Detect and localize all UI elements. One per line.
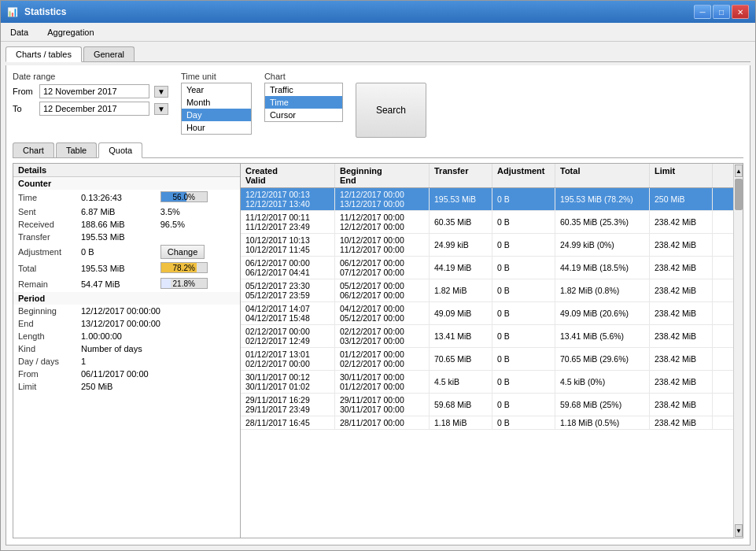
main-tabs: Charts / tables General	[6, 46, 750, 62]
cell-beginning: 29/11/2017 00:0030/11/2017 00:00	[335, 394, 430, 416]
cell-beginning: 02/12/2017 00:0003/12/2017 00:00	[335, 325, 430, 347]
cell-total: 1.82 MiB (0.8%)	[555, 279, 650, 301]
cell-adjustment: 0 B	[492, 394, 555, 416]
received-percent: 96.5%	[156, 218, 240, 231]
end-value: 13/12/2017 00:00:00	[76, 317, 240, 330]
data-grid: CreatedValid BeginningEnd Transfer Adjus…	[241, 164, 733, 538]
table-row[interactable]: 05/12/2017 23:3005/12/2017 23:59 05/12/2…	[241, 279, 733, 302]
scrollbar[interactable]: ▲ ▼	[733, 164, 743, 538]
daydays-label: Day / days	[13, 355, 76, 368]
close-button[interactable]: ✕	[732, 5, 749, 19]
cell-limit: 238.42 MiB	[650, 325, 713, 347]
table-row[interactable]: 04/12/2017 14:0704/12/2017 15:48 04/12/2…	[241, 302, 733, 325]
sent-percent: 3.5%	[156, 205, 240, 218]
cell-adjustment: 0 B	[492, 257, 555, 279]
details-header: Details	[13, 164, 240, 177]
from-label: From	[13, 87, 35, 96]
cell-limit: 238.42 MiB	[650, 371, 713, 393]
from-date-input[interactable]	[39, 84, 149, 98]
to-date-picker-button[interactable]: ▼	[154, 103, 168, 115]
chart-traffic[interactable]: Traffic	[265, 83, 342, 96]
remain-progress-text: 21.8%	[161, 279, 207, 288]
cell-beginning: 30/11/2017 00:0001/12/2017 00:00	[335, 371, 430, 393]
change-button[interactable]: Change	[160, 245, 205, 259]
cell-transfer: 4.5 kiB	[430, 371, 492, 393]
table-row[interactable]: 28/11/2017 16:45 28/11/2017 00:00 1.18 M…	[241, 416, 733, 430]
received-label: Received	[13, 218, 76, 231]
cell-created: 01/12/2017 13:0102/12/2017 00:00	[241, 348, 335, 370]
chart-cursor[interactable]: Cursor	[265, 109, 342, 121]
cell-created: 29/11/2017 16:2929/11/2017 23:49	[241, 394, 335, 416]
table-row[interactable]: 29/11/2017 16:2929/11/2017 23:49 29/11/2…	[241, 394, 733, 416]
chart-time[interactable]: Time	[265, 96, 342, 109]
table-row[interactable]: 06/12/2017 00:0006/12/2017 04:41 06/12/2…	[241, 257, 733, 279]
tab-table[interactable]: Table	[56, 142, 97, 157]
grid-header: CreatedValid BeginningEnd Transfer Adjus…	[241, 164, 733, 188]
tab-chart[interactable]: Chart	[13, 142, 54, 157]
period-header: Period	[13, 292, 240, 305]
from-period-value: 06/11/2017 00:00	[76, 368, 240, 380]
time-unit-month[interactable]: Month	[182, 96, 251, 109]
menu-aggregation[interactable]: Aggregation	[44, 26, 97, 39]
table-row[interactable]: 12/12/2017 00:1312/12/2017 13:40 12/12/2…	[241, 188, 733, 211]
cell-adjustment: 0 B	[492, 211, 555, 233]
cell-beginning: 01/12/2017 00:0002/12/2017 00:00	[335, 348, 430, 370]
beginning-label: Beginning	[13, 305, 76, 317]
cell-transfer: 44.19 MiB	[430, 257, 492, 279]
cell-created: 12/12/2017 00:1312/12/2017 13:40	[241, 188, 335, 210]
maximize-button[interactable]: □	[713, 5, 730, 19]
chart-label: Chart	[264, 72, 343, 81]
cell-transfer: 49.09 MiB	[430, 302, 492, 324]
transfer-label: Transfer	[13, 231, 76, 243]
end-label: End	[13, 317, 76, 330]
col-limit: Limit	[650, 164, 713, 187]
cell-total: 70.65 MiB (29.6%)	[555, 348, 650, 370]
cell-limit: 238.42 MiB	[650, 234, 713, 256]
table-row[interactable]: 30/11/2017 00:1230/11/2017 01:02 30/11/2…	[241, 371, 733, 394]
cell-adjustment: 0 B	[492, 188, 555, 210]
minimize-button[interactable]: ─	[694, 5, 711, 19]
cell-transfer: 1.18 MiB	[430, 416, 492, 429]
tab-charts-tables[interactable]: Charts / tables	[6, 46, 82, 62]
cell-beginning: 06/12/2017 00:0007/12/2017 00:00	[335, 257, 430, 279]
col-total: Total	[555, 164, 650, 187]
time-value: 0.13:26:43	[76, 190, 156, 205]
search-button[interactable]: Search	[356, 83, 426, 138]
remain-value: 54.47 MiB	[76, 276, 156, 292]
remain-label: Remain	[13, 276, 76, 292]
time-unit-day[interactable]: Day	[182, 109, 251, 121]
adjustment-label: Adjustment	[13, 243, 76, 261]
from-date-picker-button[interactable]: ▼	[154, 86, 168, 98]
menu-data[interactable]: Data	[7, 26, 31, 39]
table-row[interactable]: 02/12/2017 00:0002/12/2017 12:49 02/12/2…	[241, 325, 733, 348]
tab-quota[interactable]: Quota	[98, 142, 142, 158]
cell-total: 24.99 kiB (0%)	[555, 234, 650, 256]
time-unit-year[interactable]: Year	[182, 83, 251, 96]
to-date-input[interactable]	[39, 102, 149, 116]
table-row[interactable]: 10/12/2017 10:1310/12/2017 11:45 10/12/2…	[241, 234, 733, 257]
cell-beginning: 28/11/2017 00:00	[335, 416, 430, 429]
cell-transfer: 13.41 MiB	[430, 325, 492, 347]
counter-header: Counter	[13, 177, 240, 190]
length-value: 1.00:00:00	[76, 330, 240, 342]
cell-transfer: 1.82 MiB	[430, 279, 492, 301]
length-label: Length	[13, 330, 76, 342]
time-progress-text: 56.0%	[161, 192, 207, 202]
tab-general[interactable]: General	[83, 46, 135, 61]
cell-adjustment: 0 B	[492, 325, 555, 347]
from-period-label: From	[13, 368, 76, 380]
total-progress-cell: 78.2%	[156, 261, 240, 276]
total-progress-text: 78.2%	[161, 263, 207, 272]
cell-transfer: 195.53 MiB	[430, 188, 492, 210]
kind-label: Kind	[13, 342, 76, 355]
time-unit-hour[interactable]: Hour	[182, 121, 251, 134]
limit-value: 250 MiB	[76, 380, 240, 393]
cell-created: 04/12/2017 14:0704/12/2017 15:48	[241, 302, 335, 324]
table-row[interactable]: 01/12/2017 13:0102/12/2017 00:00 01/12/2…	[241, 348, 733, 371]
table-row[interactable]: 11/12/2017 00:1111/12/2017 23:49 11/12/2…	[241, 211, 733, 234]
cell-beginning: 10/12/2017 00:0011/12/2017 00:00	[335, 234, 430, 256]
window-title: Statistics	[24, 6, 66, 17]
cell-beginning: 05/12/2017 00:0006/12/2017 00:00	[335, 279, 430, 301]
adjustment-value: 0 B	[76, 243, 156, 261]
cell-total: 59.68 MiB (25%)	[555, 394, 650, 416]
